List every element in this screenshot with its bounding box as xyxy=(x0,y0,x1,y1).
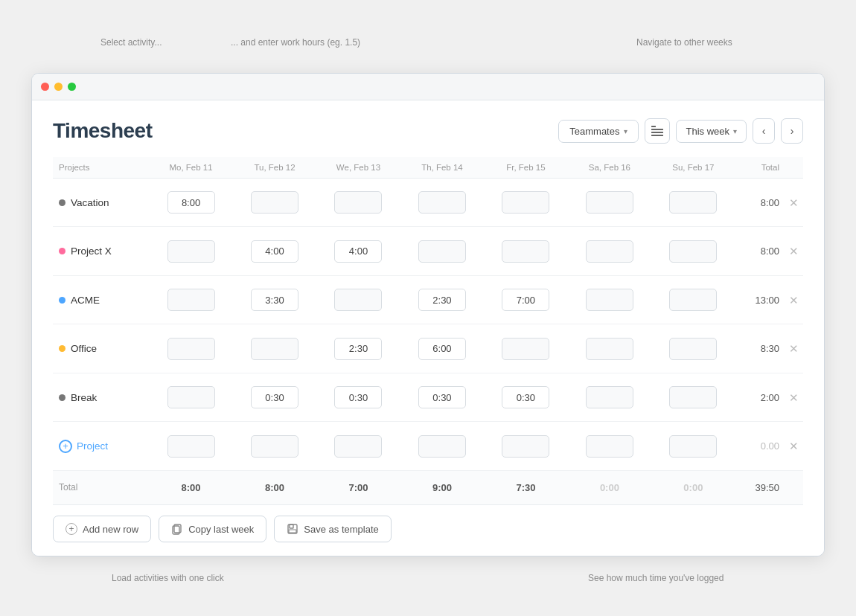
time-input-projectx-sun[interactable] xyxy=(669,240,717,263)
copy-last-week-button[interactable]: Copy last week xyxy=(159,516,266,542)
time-input-office-mon[interactable] xyxy=(167,338,215,360)
next-icon: › xyxy=(790,125,794,137)
time-input-new-thu[interactable] xyxy=(418,435,466,458)
table-header-row: Projects Mo, Feb 11 Tu, Feb 12 We, Feb 1… xyxy=(53,157,803,179)
browser-titlebar xyxy=(32,74,824,100)
time-input-acme-mon[interactable] xyxy=(167,289,215,311)
save-as-template-button[interactable]: Save as template xyxy=(274,516,391,542)
time-input-acme-sun[interactable] xyxy=(669,289,717,311)
time-input-projectx-fri[interactable] xyxy=(502,240,549,263)
remove-office-button[interactable]: ✕ xyxy=(786,341,802,356)
next-week-button[interactable]: › xyxy=(781,118,803,144)
annotation-navigate-weeks: Navigate to other weeks xyxy=(636,37,732,48)
project-name: Vacation xyxy=(71,197,109,208)
time-input-projectx-thu[interactable] xyxy=(418,240,466,263)
time-input-vacation-fri[interactable] xyxy=(502,191,549,214)
table-row: Break 2:00 ✕ xyxy=(53,373,803,421)
time-input-break-mon[interactable] xyxy=(167,386,215,408)
totals-row: Total 8:00 8:00 7:00 9:00 7:30 0:00 0:00… xyxy=(53,470,803,504)
time-input-break-tue[interactable] xyxy=(251,386,298,408)
thisweek-dropdown[interactable]: This week ▾ xyxy=(676,120,747,143)
thisweek-label: This week xyxy=(686,126,729,137)
col-header-projects: Projects xyxy=(53,157,149,179)
table-row: Vacation 8:00 ✕ xyxy=(53,179,803,227)
time-cell-tue xyxy=(233,179,316,227)
remove-acme-button[interactable]: ✕ xyxy=(786,293,802,307)
traffic-light-yellow[interactable] xyxy=(54,83,63,91)
time-cell-thu xyxy=(400,179,484,227)
remove-new-button[interactable]: ✕ xyxy=(786,439,802,453)
project-label: Project X xyxy=(59,246,146,257)
teammates-dropdown[interactable]: Teammates ▾ xyxy=(558,120,639,143)
col-header-sat: Sa, Feb 16 xyxy=(568,157,651,179)
col-header-sun: Su, Feb 17 xyxy=(651,157,735,179)
total-label: Total xyxy=(53,470,149,504)
total-sat: 0:00 xyxy=(568,470,651,504)
svg-rect-7 xyxy=(290,524,293,528)
time-input-new-tue[interactable] xyxy=(251,435,298,458)
time-input-office-wed[interactable] xyxy=(334,338,382,360)
browser-window: Timesheet Teammates ▾ xyxy=(31,73,825,556)
time-input-new-fri[interactable] xyxy=(502,435,549,458)
time-input-break-sat[interactable] xyxy=(586,386,633,408)
time-input-office-tue[interactable] xyxy=(251,338,298,360)
outer-wrapper: Select activity... ... and enter work ho… xyxy=(0,0,856,616)
time-input-office-sat[interactable] xyxy=(586,338,633,360)
project-cell: Vacation xyxy=(53,179,149,227)
remove-projectx-button[interactable]: ✕ xyxy=(786,244,802,258)
remove-vacation-button[interactable]: ✕ xyxy=(786,196,802,210)
time-input-vacation-thu[interactable] xyxy=(418,191,466,214)
total-cell-acme: 13:00 xyxy=(735,275,782,324)
time-input-acme-fri[interactable] xyxy=(502,289,549,311)
time-input-vacation-sat[interactable] xyxy=(586,191,633,214)
time-input-break-thu[interactable] xyxy=(418,386,466,408)
time-input-new-sat[interactable] xyxy=(586,435,633,458)
total-thu: 9:00 xyxy=(400,470,484,504)
table-row: Office 8:30 ✕ xyxy=(53,324,803,373)
time-input-break-sun[interactable] xyxy=(669,386,717,408)
time-input-break-wed[interactable] xyxy=(334,386,382,408)
time-input-acme-thu[interactable] xyxy=(418,289,466,311)
time-input-office-fri[interactable] xyxy=(502,338,549,360)
project-dot xyxy=(59,394,66,401)
annotation-see-time: See how much time you've logged xyxy=(588,573,724,583)
time-input-vacation-tue[interactable] xyxy=(251,191,298,214)
time-input-acme-sat[interactable] xyxy=(586,289,633,311)
time-input-projectx-sat[interactable] xyxy=(586,240,633,263)
svg-rect-1 xyxy=(651,129,663,130)
grid-view-button[interactable] xyxy=(645,118,670,144)
remove-break-button[interactable]: ✕ xyxy=(786,391,802,405)
traffic-light-green[interactable] xyxy=(68,83,76,91)
prev-week-button[interactable]: ‹ xyxy=(753,118,775,144)
copy-icon xyxy=(171,523,183,535)
time-input-vacation-sun[interactable] xyxy=(669,191,717,214)
time-input-new-sun[interactable] xyxy=(669,435,717,458)
total-mon: 8:00 xyxy=(149,470,232,504)
add-new-row-button[interactable]: + Add new row xyxy=(53,516,151,542)
time-input-acme-tue[interactable] xyxy=(251,289,298,311)
time-input-vacation-wed[interactable] xyxy=(334,191,382,214)
traffic-light-red[interactable] xyxy=(41,83,49,91)
time-input-new-wed[interactable] xyxy=(334,435,382,458)
time-cell-mon xyxy=(149,179,232,227)
thisweek-chevron-icon: ▾ xyxy=(733,127,737,135)
time-input-projectx-tue[interactable] xyxy=(251,240,298,263)
total-cell-projectx: 8:00 xyxy=(735,227,782,275)
annotation-load-activities: Load activities with one click xyxy=(112,573,224,583)
time-input-projectx-mon[interactable] xyxy=(167,240,215,263)
bottom-toolbar: + Add new row Copy last week xyxy=(53,504,803,556)
timesheet-table: Projects Mo, Feb 11 Tu, Feb 12 We, Feb 1… xyxy=(53,157,803,504)
time-input-acme-wed[interactable] xyxy=(334,289,382,311)
add-project-link[interactable]: + Project xyxy=(59,440,146,453)
time-input-projectx-wed[interactable] xyxy=(334,240,382,263)
time-cell-fri xyxy=(484,179,567,227)
time-input-new-mon[interactable] xyxy=(167,435,215,458)
teammates-chevron-icon: ▾ xyxy=(624,127,627,135)
time-input-office-thu[interactable] xyxy=(418,338,466,360)
project-name: Break xyxy=(71,392,97,403)
project-dot xyxy=(59,297,66,304)
time-input-office-sun[interactable] xyxy=(669,338,717,360)
time-input-break-fri[interactable] xyxy=(502,386,549,408)
time-input-vacation-mon[interactable] xyxy=(167,191,215,214)
project-cell: Project X xyxy=(53,227,149,275)
